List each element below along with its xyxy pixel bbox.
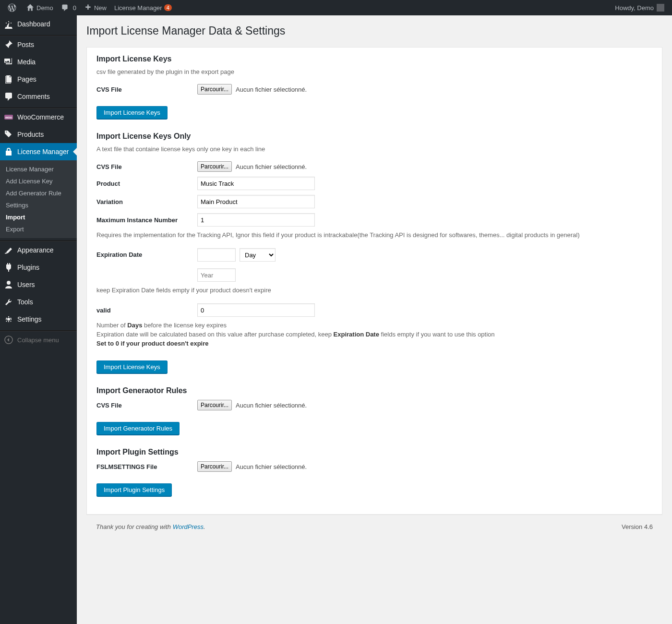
sec2-valid-hint1: Number of Days before the license key ex… — [96, 322, 652, 329]
submenu-license-manager[interactable]: License Manager — [0, 163, 77, 175]
collapse-label: Collapse menu — [17, 336, 59, 344]
menu-woocommerce[interactable]: wooWooCommerce — [0, 108, 77, 126]
main-content: Import License Manager Data & Settings I… — [77, 15, 672, 624]
sec2-nofile-text: Aucun fichier sélectionné. — [236, 163, 307, 170]
sec4-browse-button[interactable]: Parcourir... — [197, 461, 232, 472]
admin-bar-right: Howdy, Demo — [611, 0, 668, 15]
sec2-cvs-row: CVS File Parcourir... Aucun fichier séle… — [96, 161, 652, 172]
menu-products-label: Products — [17, 131, 44, 138]
menu-products[interactable]: Products — [0, 126, 77, 143]
wp-logo[interactable] — [4, 0, 23, 15]
sec2-product-label: Product — [96, 180, 197, 187]
sec1-cvs-row: CVS File Parcourir... Aucun fichier séle… — [96, 84, 652, 95]
footer-version: Version 4.6 — [622, 523, 653, 530]
exp-month-input[interactable] — [197, 248, 236, 262]
sec3-cvs-label: CVS File — [96, 402, 197, 409]
sec2-valid-row: valid — [96, 303, 652, 317]
admin-bar: Demo 0 New License Manager 4 Howdy, Demo — [0, 0, 672, 15]
collapse-menu[interactable]: Collapse menu — [0, 331, 77, 348]
product-input[interactable] — [197, 177, 315, 190]
admin-bar-left: Demo 0 New License Manager 4 — [4, 0, 176, 15]
submenu-import[interactable]: Import — [0, 211, 77, 223]
exp-year-input[interactable] — [197, 268, 236, 282]
submenu-export[interactable]: Export — [0, 223, 77, 235]
menu-tools[interactable]: Tools — [0, 293, 77, 311]
sec2-variation-row: Variation — [96, 195, 652, 208]
submenu-add-license-key[interactable]: Add License Key — [0, 175, 77, 187]
sec2-heading: Import License Keys Only — [96, 132, 652, 141]
sec2-import-button[interactable]: Import License Keys — [96, 360, 168, 373]
admin-footer: Thank you for creating with WordPress. V… — [86, 515, 662, 539]
sec4-import-button[interactable]: Import Plugin Settings — [96, 483, 172, 496]
settings-icon — [4, 314, 13, 324]
plugins-icon — [4, 263, 13, 272]
site-title: Demo — [36, 4, 53, 12]
valid-input[interactable] — [197, 303, 315, 317]
greeting-text: Howdy, Demo — [615, 4, 654, 12]
comments-count: 0 — [73, 4, 76, 12]
menu-posts-label: Posts — [17, 41, 34, 48]
sec4-nofile-text: Aucun fichier sélectionné. — [236, 463, 307, 470]
collapse-icon — [4, 335, 13, 345]
sec4-heading: Import Plugin Settings — [96, 448, 652, 456]
comments-link[interactable]: 0 — [57, 0, 80, 15]
menu-posts[interactable]: Posts — [0, 36, 77, 53]
sec2-variation-label: Variation — [96, 198, 197, 205]
sec2-cvs-label: CVS File — [96, 163, 197, 170]
sec1-cvs-label: CVS File — [96, 86, 197, 93]
sec2-browse-button[interactable]: Parcourir... — [197, 161, 232, 172]
license-manager-badge: 4 — [164, 4, 172, 11]
sec1-browse-button[interactable]: Parcourir... — [197, 84, 232, 95]
submenu-add-generator-rule[interactable]: Add Generator Rule — [0, 187, 77, 199]
sec2-exp-row: Expiration Date Day — [96, 248, 652, 282]
appearance-icon — [4, 245, 13, 255]
comment-icon — [61, 4, 69, 12]
sec1-desc: csv file generated by the plugin in the … — [96, 68, 652, 75]
submenu-settings[interactable]: Settings — [0, 199, 77, 211]
sec4-file-label: FSLMSETTINGS File — [96, 463, 197, 470]
import-panel: Import License Keys csv file generated b… — [86, 47, 662, 515]
maxinst-input[interactable] — [197, 213, 315, 227]
sec4-file-row: FSLMSETTINGS File Parcourir... Aucun fic… — [96, 461, 652, 472]
menu-dashboard-label: Dashboard — [17, 20, 50, 28]
menu-dashboard[interactable]: Dashboard — [0, 15, 77, 33]
dashboard-icon — [4, 19, 13, 29]
sec2-valid-hint2: Expiration date will be calculated based… — [96, 331, 652, 338]
site-name[interactable]: Demo — [23, 0, 57, 15]
menu-pages-label: Pages — [17, 75, 36, 83]
pin-icon — [4, 40, 13, 49]
variation-input[interactable] — [197, 195, 315, 208]
sec2-exp-label: Expiration Date — [96, 248, 197, 258]
menu-appearance[interactable]: Appearance — [0, 241, 77, 259]
sec2-exp-hint: keep Expiration Date fields empty if you… — [96, 287, 652, 294]
footer-thanks: Thank you for creating with WordPress. — [96, 523, 205, 530]
menu-comments-label: Comments — [17, 93, 50, 100]
woo-icon: woo — [4, 112, 13, 122]
menu-comments[interactable]: Comments — [0, 88, 77, 105]
users-icon — [4, 280, 13, 289]
admin-menu: Dashboard Posts Media Pages Comments woo… — [0, 15, 77, 624]
plus-icon — [84, 4, 92, 12]
menu-settings[interactable]: Settings — [0, 311, 77, 328]
home-icon — [26, 4, 34, 12]
sec1-nofile-text: Aucun fichier sélectionné. — [236, 86, 307, 93]
user-greeting[interactable]: Howdy, Demo — [611, 0, 668, 15]
menu-media[interactable]: Media — [0, 53, 77, 71]
page-title: Import License Manager Data & Settings — [86, 20, 662, 47]
wordpress-link[interactable]: WordPress — [173, 523, 204, 530]
menu-users[interactable]: Users — [0, 276, 77, 293]
sec3-import-button[interactable]: Import Generaotor Rules — [96, 422, 180, 435]
sec1-import-button[interactable]: Import License Keys — [96, 106, 168, 119]
new-link[interactable]: New — [80, 0, 110, 15]
menu-plugins[interactable]: Plugins — [0, 259, 77, 276]
products-icon — [4, 130, 13, 139]
menu-pages[interactable]: Pages — [0, 71, 77, 88]
license-manager-link[interactable]: License Manager 4 — [110, 0, 176, 15]
menu-license-manager[interactable]: License Manager — [0, 143, 77, 160]
media-icon — [4, 57, 13, 67]
svg-text:woo: woo — [5, 116, 12, 119]
exp-day-select[interactable]: Day — [240, 248, 276, 262]
menu-plugins-label: Plugins — [17, 264, 39, 271]
sec3-cvs-row: CVS File Parcourir... Aucun fichier séle… — [96, 400, 652, 410]
sec3-browse-button[interactable]: Parcourir... — [197, 400, 232, 410]
